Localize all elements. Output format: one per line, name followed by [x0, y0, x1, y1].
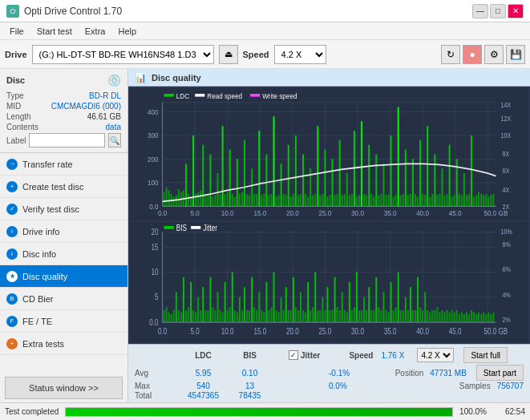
svg-rect-90: [326, 197, 328, 207]
svg-text:15: 15: [151, 243, 158, 252]
svg-text:20.0: 20.0: [286, 209, 299, 218]
eject-button[interactable]: ⏏: [219, 45, 238, 64]
svg-rect-252: [278, 313, 280, 323]
svg-rect-43: [212, 197, 213, 207]
svg-rect-305: [407, 310, 409, 322]
svg-rect-257: [290, 310, 292, 322]
svg-rect-290: [370, 310, 372, 322]
svg-rect-133: [431, 194, 433, 206]
progress-bar-fill: [66, 408, 452, 416]
nav-drive-info[interactable]: i Drive info: [0, 220, 127, 243]
svg-rect-284: [356, 273, 358, 323]
refresh-button[interactable]: ↻: [441, 45, 460, 64]
menu-extra[interactable]: Extra: [79, 25, 112, 38]
stats-header-row: LDC BIS ✓ Jitter Speed 1.76 X 4.2 X Star…: [135, 347, 524, 363]
sidebar: Disc 💿 Type BD-R DL MID CMCMAGDI6 (000) …: [0, 69, 128, 402]
color-button[interactable]: ●: [463, 45, 482, 64]
svg-rect-221: [202, 287, 204, 322]
svg-rect-225: [212, 307, 213, 322]
svg-rect-275: [334, 277, 336, 322]
svg-rect-206: [166, 307, 168, 322]
menu-bar: File Start test Extra Help: [0, 22, 530, 40]
speed-select[interactable]: 4.2 X: [274, 45, 326, 64]
svg-rect-159: [164, 94, 174, 97]
start-part-button[interactable]: Start part: [476, 365, 524, 381]
svg-text:100: 100: [148, 179, 159, 188]
svg-rect-231: [227, 310, 229, 322]
svg-rect-46: [220, 194, 221, 206]
svg-rect-213: [183, 277, 184, 322]
svg-rect-205: [164, 310, 165, 322]
svg-text:0.0: 0.0: [158, 327, 167, 336]
chart-header-title: Disc quality: [152, 73, 201, 83]
jitter-header: ✓ Jitter: [289, 350, 320, 360]
avg-jitter: -0.1%: [329, 369, 350, 378]
jitter-checkbox[interactable]: ✓: [289, 350, 298, 360]
svg-rect-86: [317, 126, 318, 206]
svg-rect-317: [436, 307, 438, 322]
drive-select[interactable]: (G:) HL-DT-ST BD-RE WH16NS48 1.D3: [32, 45, 214, 64]
close-button[interactable]: ✕: [508, 4, 524, 18]
svg-rect-146: [463, 173, 465, 206]
nav-disc-quality[interactable]: ★ Disc quality: [0, 265, 127, 288]
svg-rect-328: [463, 314, 465, 322]
minimize-button[interactable]: —: [472, 4, 488, 18]
svg-rect-154: [483, 195, 484, 206]
svg-text:6%: 6%: [503, 266, 511, 274]
nav-disc-info[interactable]: i Disc info: [0, 243, 127, 265]
nav-cd-bier[interactable]: B CD Bier: [0, 288, 127, 310]
svg-rect-265: [310, 310, 311, 322]
svg-rect-89: [324, 150, 326, 207]
svg-rect-233: [232, 273, 233, 323]
chart-bis-svg: 0.0 5 10 15 20: [130, 222, 528, 342]
menu-help[interactable]: Help: [111, 25, 143, 38]
label-edit-button[interactable]: 🔍: [108, 133, 121, 147]
position-val: 47731 MB: [430, 369, 467, 378]
svg-rect-84: [312, 195, 314, 206]
svg-rect-78: [297, 195, 299, 206]
start-full-button[interactable]: Start full: [463, 347, 508, 363]
svg-rect-70: [278, 195, 280, 206]
menu-file[interactable]: File: [3, 25, 30, 38]
svg-rect-62: [258, 131, 260, 206]
svg-rect-232: [229, 307, 231, 322]
svg-rect-123: [407, 195, 409, 206]
svg-rect-246: [263, 313, 265, 323]
svg-rect-125: [412, 159, 414, 206]
svg-rect-54: [239, 194, 241, 206]
chart-ldc-svg: 0.0 100 200 300 400: [130, 88, 528, 220]
svg-rect-130: [424, 195, 426, 206]
app-title: Opti Drive Control 1.70: [24, 6, 122, 17]
max-row: Max 540 13 0.0% Samples 756707: [135, 382, 524, 390]
nav-fe-te[interactable]: F FE / TE: [0, 310, 127, 333]
svg-text:25.0: 25.0: [319, 209, 332, 218]
maximize-button[interactable]: □: [490, 4, 506, 18]
disc-label-label: Label: [6, 136, 26, 145]
label-input[interactable]: [29, 133, 105, 147]
svg-text:25.0: 25.0: [319, 327, 332, 336]
svg-rect-145: [461, 195, 463, 206]
settings-button[interactable]: ⚙: [484, 45, 504, 64]
fe-te-icon: F: [6, 316, 18, 327]
svg-rect-309: [417, 277, 419, 322]
svg-rect-306: [410, 287, 411, 322]
nav-extra-tests[interactable]: + Extra tests: [0, 333, 127, 355]
svg-text:4X: 4X: [503, 186, 510, 194]
status-window-button[interactable]: Status window >>: [5, 377, 123, 399]
toolbar: Drive (G:) HL-DT-ST BD-RE WH16NS48 1.D3 …: [0, 40, 530, 69]
speed-dropdown[interactable]: 4.2 X: [417, 348, 454, 362]
svg-rect-237: [241, 310, 243, 322]
nav-create-test-disc[interactable]: + Create test disc: [0, 176, 127, 198]
nav-transfer-rate[interactable]: → Transfer rate: [0, 153, 127, 176]
menu-start-test[interactable]: Start test: [30, 25, 79, 38]
label-row: Label 🔍: [6, 133, 121, 147]
svg-rect-260: [297, 310, 299, 322]
save-button[interactable]: 💾: [506, 45, 525, 64]
svg-rect-113: [382, 164, 384, 206]
svg-rect-23: [164, 192, 165, 207]
svg-rect-227: [217, 293, 219, 323]
svg-rect-157: [490, 195, 492, 206]
nav-verify-test-disc[interactable]: ✓ Verify test disc: [0, 198, 127, 220]
svg-rect-220: [200, 310, 201, 322]
svg-rect-142: [454, 195, 455, 206]
